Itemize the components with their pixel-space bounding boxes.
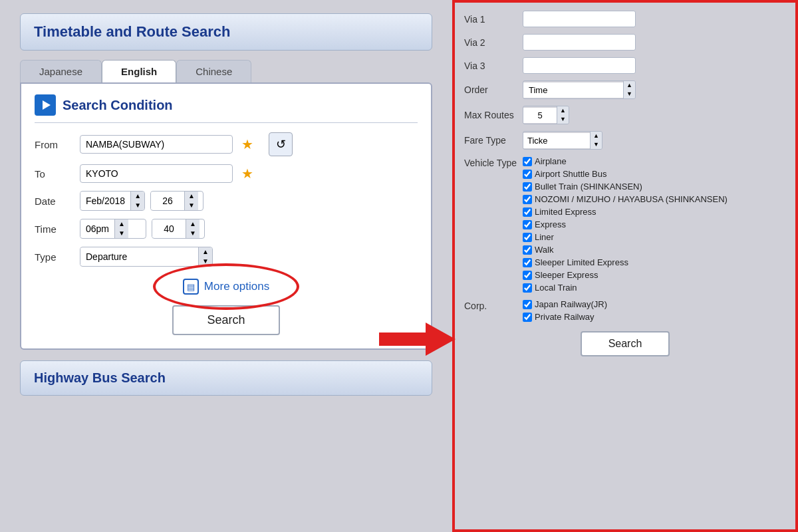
right-search-button[interactable]: Search <box>581 331 670 356</box>
max-routes-up[interactable]: ▲ <box>557 106 569 115</box>
more-options-button[interactable]: ▤ More options <box>172 275 280 299</box>
date-month-down[interactable]: ▼ <box>131 201 144 210</box>
checkbox-sleeper-express-input[interactable] <box>523 271 532 280</box>
checkbox-limited-express[interactable]: Limited Express <box>523 207 728 217</box>
checkbox-airport-shuttle[interactable]: Airport Shuttle Bus <box>523 169 728 179</box>
from-input[interactable] <box>80 135 233 154</box>
date-label: Date <box>35 196 74 207</box>
checkbox-nozomi-input[interactable] <box>523 195 532 204</box>
order-down[interactable]: ▼ <box>624 90 635 98</box>
fare-type-up[interactable]: ▲ <box>591 132 602 140</box>
order-label: Order <box>464 84 517 95</box>
checkbox-limited-express-input[interactable] <box>523 207 532 217</box>
order-value: Time <box>523 82 623 98</box>
checkbox-airplane-input[interactable] <box>523 157 532 166</box>
title-box: Timetable and Route Search <box>20 13 432 51</box>
fare-type-spinner: Ticke ▲ ▼ <box>523 131 602 150</box>
checkbox-express-input[interactable] <box>523 220 532 229</box>
tab-chinese[interactable]: Chinese <box>176 60 251 82</box>
corp-label: Corp. <box>464 299 517 311</box>
page-title: Timetable and Route Search <box>34 23 418 41</box>
fare-type-value: Ticke <box>523 133 590 148</box>
time-hour-up[interactable]: ▲ <box>115 219 128 229</box>
search-button[interactable]: Search <box>172 305 279 335</box>
checkbox-jr-input[interactable] <box>523 300 532 309</box>
date-month-up[interactable]: ▲ <box>131 192 144 201</box>
right-panel: Via 1 Via 2 Via 3 Order Time ▲ ▼ Max Rou… <box>452 0 798 532</box>
checkbox-express[interactable]: Express <box>523 219 728 229</box>
left-panel: Timetable and Route Search Japanese Engl… <box>0 0 452 532</box>
swap-button[interactable]: ↺ <box>269 132 293 156</box>
checkbox-bullet-train-input[interactable] <box>523 182 532 192</box>
checkbox-local-train[interactable]: Local Train <box>523 283 728 293</box>
time-hour-down[interactable]: ▼ <box>115 229 128 238</box>
time-hour-spinner: 06pm ▲ ▼ <box>80 219 146 239</box>
tab-english[interactable]: English <box>102 60 176 82</box>
checkbox-airplane[interactable]: Airplane <box>523 156 728 166</box>
to-input[interactable] <box>80 164 233 183</box>
max-routes-arrows[interactable]: ▲ ▼ <box>557 106 569 124</box>
date-day-up[interactable]: ▲ <box>185 192 198 201</box>
fare-type-down[interactable]: ▼ <box>591 140 602 149</box>
to-star-button[interactable]: ★ <box>238 164 257 183</box>
fare-type-arrows[interactable]: ▲ ▼ <box>590 132 602 149</box>
date-day-arrows[interactable]: ▲ ▼ <box>184 192 198 210</box>
checkbox-bullet-train[interactable]: Bullet Train (SHINKANSEN) <box>523 182 728 192</box>
date-month-arrows[interactable]: ▲ ▼ <box>130 192 144 210</box>
checkbox-private-railway-input[interactable] <box>523 313 532 322</box>
type-up[interactable]: ▲ <box>199 247 212 257</box>
date-day-spinner: 26 ▲ ▼ <box>150 191 203 211</box>
order-arrows[interactable]: ▲ ▼ <box>623 81 635 98</box>
vehicle-type-label: Vehicle Type <box>464 156 517 168</box>
via3-row: Via 3 <box>464 57 786 74</box>
time-minute-down[interactable]: ▼ <box>186 229 200 238</box>
date-row: Date Feb/2018 ▲ ▼ 26 ▲ ▼ <box>35 191 418 211</box>
order-up[interactable]: ▲ <box>624 81 635 90</box>
date-day-value: 26 <box>151 192 184 209</box>
search-condition-header: Search Condition <box>35 94 418 123</box>
checkbox-airport-shuttle-input[interactable] <box>523 170 532 179</box>
max-routes-down[interactable]: ▼ <box>557 115 569 124</box>
max-routes-label: Max Routes <box>464 110 517 121</box>
via2-row: Via 2 <box>464 34 786 51</box>
via1-label: Via 1 <box>464 14 517 25</box>
type-down[interactable]: ▼ <box>199 257 212 266</box>
checkbox-sleeper-limited[interactable]: Sleeper Limited Express <box>523 257 728 267</box>
checkbox-walk[interactable]: Walk <box>523 245 728 255</box>
checkbox-sleeper-express[interactable]: Sleeper Express <box>523 270 728 280</box>
via3-input[interactable] <box>523 57 636 74</box>
via1-row: Via 1 <box>464 11 786 27</box>
search-condition-box: Search Condition From ★ ↺ To ★ Date Feb/… <box>20 82 432 350</box>
via2-input[interactable] <box>523 34 636 51</box>
type-spinner: Departure ▲ ▼ <box>80 247 213 267</box>
corp-row: Corp. Japan Railway(JR) Private Railway <box>464 299 786 322</box>
from-row: From ★ ↺ <box>35 132 418 156</box>
fare-type-label: Fare Type <box>464 135 517 146</box>
from-star-button[interactable]: ★ <box>238 135 257 154</box>
language-tabs: Japanese English Chinese <box>20 60 432 82</box>
max-routes-value: 5 <box>523 108 557 123</box>
checkbox-jr[interactable]: Japan Railway(JR) <box>523 299 607 309</box>
checkbox-liner-input[interactable] <box>523 233 532 242</box>
type-row: Type Departure ▲ ▼ <box>35 247 418 267</box>
time-minute-up[interactable]: ▲ <box>186 219 200 229</box>
checkbox-walk-input[interactable] <box>523 245 532 255</box>
max-routes-spinner: 5 ▲ ▼ <box>523 106 569 124</box>
tab-japanese[interactable]: Japanese <box>20 60 102 82</box>
checkbox-sleeper-limited-input[interactable] <box>523 258 532 267</box>
checkbox-private-railway[interactable]: Private Railway <box>523 312 607 322</box>
checkbox-nozomi[interactable]: NOZOMI / MIZUHO / HAYABUSA (SHINKANSEN) <box>523 194 728 204</box>
type-arrows[interactable]: ▲ ▼ <box>198 247 212 266</box>
highway-bus-title: Highway Bus Search <box>34 370 418 386</box>
date-month-value: Feb/2018 <box>80 192 130 209</box>
time-minute-arrows[interactable]: ▲ ▼ <box>186 219 200 238</box>
date-day-down[interactable]: ▼ <box>185 201 198 210</box>
type-label: Type <box>35 251 74 263</box>
max-routes-row: Max Routes 5 ▲ ▼ <box>464 106 786 124</box>
time-hour-arrows[interactable]: ▲ ▼ <box>114 219 128 238</box>
via1-input[interactable] <box>523 11 636 27</box>
checkbox-local-train-input[interactable] <box>523 283 532 293</box>
vehicle-checkboxes: Airplane Airport Shuttle Bus Bullet Trai… <box>523 156 728 293</box>
order-spinner: Time ▲ ▼ <box>523 80 636 99</box>
checkbox-liner[interactable]: Liner <box>523 232 728 242</box>
